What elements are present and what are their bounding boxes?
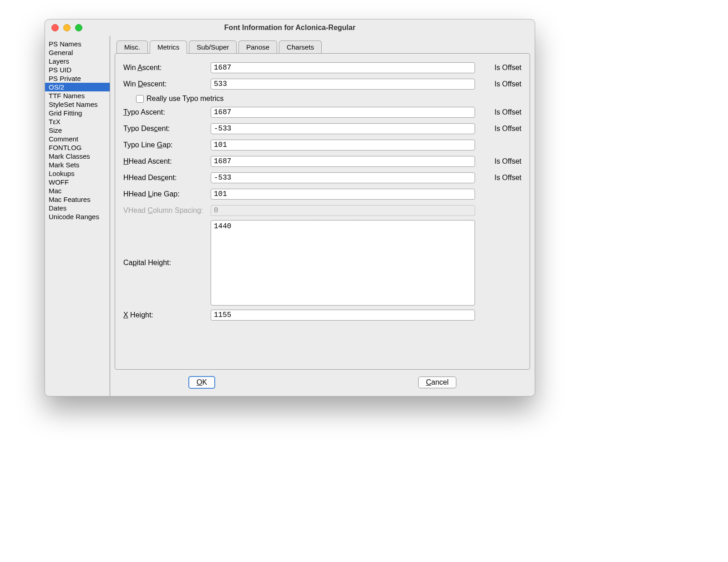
input-hhead-ascent[interactable] [211, 156, 475, 167]
label-hhead-line-gap: HHead Line Gap: [123, 190, 211, 198]
sidebar-item-general[interactable]: General [45, 48, 110, 57]
minimize-icon[interactable] [63, 24, 71, 31]
sidebar-item-mac-features[interactable]: Mac Features [45, 195, 110, 204]
offset-hhead-descent[interactable]: Is Offset [480, 174, 521, 182]
row-win-descent: Win Descent: Is Offset [123, 77, 521, 91]
sidebar-item-comment[interactable]: Comment [45, 135, 110, 143]
offset-win-descent[interactable]: Is Offset [480, 80, 521, 88]
sidebar-item-size[interactable]: Size [45, 126, 110, 135]
row-capital-height: Capital Height: [123, 220, 521, 306]
sidebar-item-lookups[interactable]: Lookups [45, 169, 110, 178]
tab-metrics[interactable]: Metrics [150, 40, 187, 53]
sidebar-item-ps-uid[interactable]: PS UID [45, 65, 110, 74]
sidebar-item-layers[interactable]: Layers [45, 57, 110, 65]
tab-bar: Misc. Metrics Sub/Super Panose Charsets [116, 40, 324, 53]
window-body: PS Names General Layers PS UID PS Privat… [45, 36, 535, 396]
metrics-panel: Win Ascent: Is Offset Win Descent: Is Of… [115, 53, 530, 370]
input-typo-ascent[interactable] [211, 107, 475, 118]
sidebar-item-grid-fitting[interactable]: Grid Fitting [45, 109, 110, 117]
label-vhead-col-spacing: VHead Column Spacing: [123, 206, 211, 215]
row-really-use-typo: Really use Typo metrics [123, 94, 521, 104]
sidebar-item-ps-private[interactable]: PS Private [45, 74, 110, 83]
sidebar-item-styleset-names[interactable]: StyleSet Names [45, 100, 110, 109]
row-typo-ascent: Typo Ascent: Is Offset [123, 105, 521, 119]
tab-panose[interactable]: Panose [238, 40, 277, 53]
label-typo-descent: Typo Descent: [123, 125, 211, 133]
sidebar-item-woff[interactable]: WOFF [45, 178, 110, 186]
row-win-ascent: Win Ascent: Is Offset [123, 61, 521, 75]
label-typo-ascent: Typo Ascent: [123, 108, 211, 116]
label-capital-height: Capital Height: [123, 259, 211, 267]
ok-button[interactable]: OK [188, 376, 215, 389]
label-really-use-typo: Really use Typo metrics [147, 95, 224, 103]
label-win-ascent: Win Ascent: [123, 64, 211, 72]
font-info-window: Font Information for Aclonica-Regular PS… [45, 19, 535, 396]
input-x-height[interactable] [211, 310, 475, 321]
row-typo-descent: Typo Descent: Is Offset [123, 122, 521, 135]
cancel-button[interactable]: Cancel [418, 376, 456, 388]
sidebar-item-mac[interactable]: Mac [45, 186, 110, 195]
row-hhead-ascent: HHead Ascent: Is Offset [123, 155, 521, 168]
offset-typo-descent[interactable]: Is Offset [480, 125, 521, 133]
tab-charsets[interactable]: Charsets [279, 40, 322, 53]
offset-hhead-ascent[interactable]: Is Offset [480, 157, 521, 166]
sidebar-item-tex[interactable]: TεX [45, 117, 110, 126]
sidebar-item-ttf-names[interactable]: TTF Names [45, 91, 110, 100]
main-panel: Misc. Metrics Sub/Super Panose Charsets … [110, 36, 535, 396]
sidebar-item-fontlog[interactable]: FONTLOG [45, 143, 110, 152]
input-typo-descent[interactable] [211, 123, 475, 134]
row-vhead-col-spacing: VHead Column Spacing: [123, 204, 521, 217]
sidebar-item-os2[interactable]: OS/2 [45, 83, 110, 91]
sidebar-item-dates[interactable]: Dates [45, 204, 110, 212]
sidebar: PS Names General Layers PS UID PS Privat… [45, 36, 110, 396]
window-title: Font Information for Aclonica-Regular [45, 24, 535, 32]
input-hhead-descent[interactable] [211, 172, 475, 183]
offset-win-ascent[interactable]: Is Offset [480, 64, 521, 72]
checkbox-really-use-typo[interactable] [136, 95, 144, 103]
traffic-lights [51, 24, 82, 31]
titlebar: Font Information for Aclonica-Regular [45, 20, 535, 36]
sidebar-item-ps-names[interactable]: PS Names [45, 40, 110, 48]
label-typo-line-gap: Typo Line Gap: [123, 141, 211, 149]
sidebar-item-mark-sets[interactable]: Mark Sets [45, 161, 110, 169]
row-typo-line-gap: Typo Line Gap: [123, 138, 521, 152]
input-win-ascent[interactable] [211, 62, 475, 73]
row-x-height: X Height: [123, 308, 521, 322]
row-hhead-line-gap: HHead Line Gap: [123, 187, 521, 201]
label-x-height: X Height: [123, 311, 211, 319]
offset-typo-ascent[interactable]: Is Offset [480, 108, 521, 116]
input-typo-line-gap[interactable] [211, 140, 475, 151]
row-hhead-descent: HHead Descent: Is Offset [123, 171, 521, 185]
label-win-descent: Win Descent: [123, 80, 211, 88]
sidebar-item-unicode-ranges[interactable]: Unicode Ranges [45, 212, 110, 221]
close-icon[interactable] [51, 24, 59, 31]
tab-subsuper[interactable]: Sub/Super [189, 40, 237, 53]
zoom-icon[interactable] [75, 24, 82, 31]
input-vhead-col-spacing [211, 205, 475, 216]
input-capital-height[interactable] [211, 220, 475, 306]
sidebar-item-mark-classes[interactable]: Mark Classes [45, 152, 110, 161]
button-row: OK Cancel [110, 373, 535, 391]
tab-misc[interactable]: Misc. [116, 40, 148, 53]
label-hhead-descent: HHead Descent: [123, 174, 211, 182]
label-hhead-ascent: HHead Ascent: [123, 157, 211, 166]
input-hhead-line-gap[interactable] [211, 189, 475, 200]
input-win-descent[interactable] [211, 79, 475, 90]
